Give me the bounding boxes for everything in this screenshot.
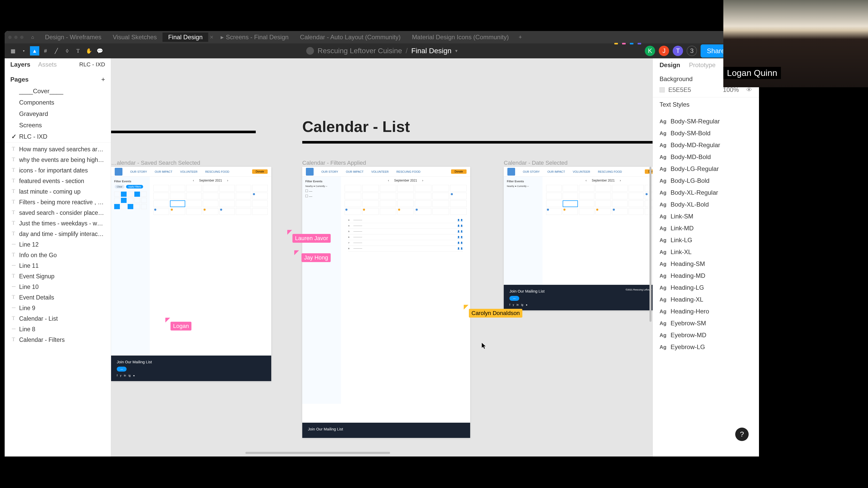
team-avatar-icon[interactable]: [306, 47, 314, 55]
layer-item[interactable]: Line 11: [5, 261, 111, 271]
layer-item[interactable]: featured events - section: [5, 176, 111, 187]
tab-final-design[interactable]: Final Design: [162, 33, 208, 42]
frame-footer: Join Our Mailing List — fyinig● ©2021 Re…: [504, 285, 653, 311]
frame-label[interactable]: Calendar - Filters Applied: [302, 160, 366, 166]
layer-item[interactable]: Line 12: [5, 239, 111, 250]
layer-item[interactable]: why the events are being highlight...: [5, 155, 111, 165]
text-style-item[interactable]: AgEyebrow-MD: [653, 329, 759, 341]
text-style-item[interactable]: AgLink-XL: [653, 246, 759, 258]
layer-item[interactable]: How many saved searches are nec...: [5, 144, 111, 155]
layer-item[interactable]: icons - for important dates: [5, 165, 111, 176]
layer-item[interactable]: Line 10: [5, 282, 111, 292]
layer-item[interactable]: saved search - consider placemen...: [5, 207, 111, 218]
page-item-active[interactable]: RLC - IXD: [5, 131, 111, 142]
text-style-item[interactable]: AgEyebrow-LG: [653, 341, 759, 353]
text-style-item[interactable]: AgLink-MD: [653, 222, 759, 234]
tab-visual-sketches[interactable]: Visual Sketches: [107, 33, 162, 42]
menu-icon[interactable]: ▦: [8, 46, 18, 56]
layer-item[interactable]: day and time - simplify interaction ...: [5, 229, 111, 239]
page-item[interactable]: Components: [5, 97, 111, 108]
shape-tool-icon[interactable]: ◊: [63, 46, 72, 56]
file-name[interactable]: Final Design: [411, 47, 452, 55]
layer-item[interactable]: Line 8: [5, 324, 111, 335]
text-style-item[interactable]: AgHeading-Hero: [653, 305, 759, 317]
hex-value[interactable]: E5E5E5: [668, 86, 691, 94]
collaborator-avatar-j[interactable]: J: [659, 46, 669, 56]
window-controls[interactable]: [8, 36, 24, 39]
layer-item[interactable]: Calendar - List: [5, 314, 111, 324]
text-styles-list[interactable]: AgBody-SM-RegularAgBody-SM-BoldAgBody-MD…: [653, 116, 759, 356]
layer-item[interactable]: Filters - being more reactive , shut...: [5, 197, 111, 207]
help-button[interactable]: ?: [735, 428, 749, 441]
text-style-item[interactable]: AgEyebrow-SM: [653, 317, 759, 329]
tab-calendar-community[interactable]: Calendar - Auto Layout (Community): [294, 33, 406, 42]
horizontal-scrollbar[interactable]: [245, 452, 390, 454]
layer-item[interactable]: last minute - coming up: [5, 187, 111, 197]
frame-filters-applied[interactable]: OUR STORY OUR IMPACT VOLUNTEER RESCUING …: [302, 167, 470, 438]
visibility-toggle-icon[interactable]: 👁: [746, 86, 752, 94]
canvas[interactable]: Calendar - List …alendar - Saved Search …: [111, 58, 653, 456]
tab-screens-final[interactable]: ▸Screens - Final Design: [215, 33, 294, 42]
text-style-item[interactable]: AgLink-SM: [653, 210, 759, 222]
text-style-item[interactable]: AgHeading-XL: [653, 294, 759, 305]
text-tool-icon[interactable]: T: [73, 46, 83, 56]
text-style-item[interactable]: AgBody-MD-Regular: [653, 139, 759, 151]
chevron-down-icon[interactable]: ▾: [455, 48, 458, 54]
tab-close-icon[interactable]: ×: [208, 34, 215, 41]
layer-item[interactable]: Event Details: [5, 292, 111, 303]
layer-item[interactable]: Event Signup: [5, 271, 111, 282]
text-style-item[interactable]: AgHeading-MD: [653, 270, 759, 282]
video-call-overlay[interactable]: Logan Quinn: [723, 0, 868, 87]
background-color-row[interactable]: E5E5E5 100% 👁: [659, 86, 752, 94]
maximize-window-icon[interactable]: [20, 36, 24, 39]
color-swatch-icon[interactable]: [659, 87, 665, 92]
assets-tab[interactable]: Assets: [38, 61, 57, 68]
text-style-item[interactable]: AgBody-LG-Regular: [653, 163, 759, 175]
comment-tool-icon[interactable]: 💬: [95, 46, 104, 56]
page-item[interactable]: ____Cover____: [5, 86, 111, 97]
frame-date-selected[interactable]: OUR STORY OUR IMPACT VOLUNTEER RESCUING …: [504, 167, 653, 311]
text-style-item[interactable]: AgBody-SM-Regular: [653, 116, 759, 127]
collaborator-avatar-k[interactable]: K: [645, 46, 655, 56]
chevron-down-icon[interactable]: ▾: [19, 46, 28, 56]
layer-item[interactable]: Line 9: [5, 303, 111, 314]
tab-material-icons[interactable]: Material Design Icons (Community): [406, 33, 515, 42]
collaborator-avatar-t[interactable]: T: [673, 46, 683, 56]
layers-tab[interactable]: Layers: [10, 61, 30, 68]
text-style-item[interactable]: AgBody-XL-Regular: [653, 187, 759, 199]
add-page-button[interactable]: +: [101, 75, 105, 84]
add-tab-button[interactable]: +: [514, 34, 526, 40]
frame-tool-icon[interactable]: #: [41, 46, 50, 56]
pen-tool-icon[interactable]: ╱: [52, 46, 61, 56]
layer-item[interactable]: Calendar - Filters: [5, 335, 111, 345]
page-item[interactable]: Screens: [5, 120, 111, 131]
text-style-item[interactable]: AgBody-SM-Bold: [653, 127, 759, 139]
text-style-item[interactable]: AgHeading-SM: [653, 258, 759, 270]
text-style-item[interactable]: AgHeading-LG: [653, 282, 759, 294]
opacity-value[interactable]: 100%: [723, 86, 739, 94]
library-name[interactable]: RLC - IXD: [79, 61, 105, 68]
text-style-item[interactable]: AgBody-XL-Bold: [653, 199, 759, 210]
close-window-icon[interactable]: [8, 36, 11, 39]
prototype-tab[interactable]: Prototype: [689, 61, 716, 69]
move-tool-icon[interactable]: ▲: [30, 46, 39, 56]
text-style-item[interactable]: AgBody-MD-Bold: [653, 151, 759, 163]
frame-calendar-main: ‹September 2021›: [542, 176, 653, 285]
vertical-scrollbar[interactable]: [649, 167, 652, 322]
text-style-item[interactable]: AgBody-LG-Bold: [653, 175, 759, 187]
minimize-window-icon[interactable]: [14, 36, 18, 39]
frame-label[interactable]: Calendar - Date Selected: [504, 160, 567, 166]
home-icon[interactable]: ⌂: [31, 35, 34, 40]
frame-label[interactable]: …alendar - Saved Search Selected: [111, 160, 200, 166]
project-name[interactable]: Rescuing Leftover Cuisine: [317, 47, 402, 55]
frame-saved-search[interactable]: OUR STORY OUR IMPACT VOLUNTEER RESCUING …: [111, 167, 271, 381]
collaborator-overflow-count[interactable]: 3: [687, 46, 697, 56]
design-tab[interactable]: Design: [659, 61, 680, 69]
tab-wireframes[interactable]: Design - Wireframes: [39, 33, 107, 42]
layer-item[interactable]: Info on the Go: [5, 250, 111, 261]
page-item[interactable]: Graveyard: [5, 108, 111, 120]
layer-item[interactable]: Just the times - weekdays - week...: [5, 218, 111, 229]
text-style-item[interactable]: AgLink-LG: [653, 234, 759, 246]
hand-tool-icon[interactable]: ✋: [84, 46, 94, 56]
layers-list[interactable]: How many saved searches are nec...why th…: [5, 142, 111, 456]
